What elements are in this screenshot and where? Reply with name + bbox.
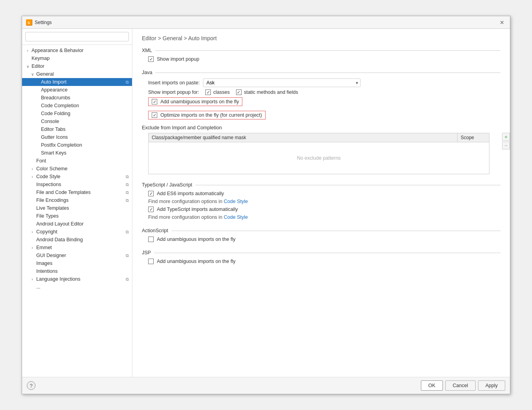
java-section-header: Java	[142, 70, 500, 75]
sidebar-item-emmet[interactable]: › Emmet	[22, 244, 132, 252]
sidebar-item-code-style[interactable]: › Code Style ⧉	[22, 173, 132, 181]
sidebar-item-gui-designer[interactable]: GUI Designer ⧉	[22, 252, 132, 259]
java-section: Java Insert imports on paste: Ask Always…	[142, 70, 500, 174]
optimize-imports-container: Optimize imports on the fly (for current…	[142, 111, 500, 122]
code-style-link-2[interactable]: Code Style	[224, 214, 248, 220]
add-es6-checkbox[interactable]	[148, 191, 154, 196]
sidebar-item-appearance-behavior[interactable]: › Appearance & Behavior	[22, 47, 132, 54]
help-button[interactable]: ?	[27, 381, 35, 390]
sidebar-item-appearance[interactable]: Appearance	[22, 86, 132, 94]
sidebar-item-editor[interactable]: ∨ Editor	[22, 62, 132, 70]
copy-icon: ⧉	[126, 277, 129, 282]
ok-button[interactable]: OK	[421, 380, 443, 391]
sidebar-item-code-folding[interactable]: Code Folding	[22, 110, 132, 117]
xml-show-popup-checkbox[interactable]	[148, 56, 154, 62]
sidebar-item-label: Code Completion	[41, 103, 79, 108]
copy-icon: ⧉	[126, 182, 129, 187]
sidebar-item-console[interactable]: Console	[22, 117, 132, 125]
add-exclude-button[interactable]: +	[502, 133, 510, 141]
sidebar-item-label: Editor	[32, 63, 45, 69]
sidebar-item-color-scheme[interactable]: › Color Scheme	[22, 165, 132, 173]
cancel-button[interactable]: Cancel	[445, 380, 476, 391]
optimize-imports-checkbox[interactable]	[152, 112, 157, 118]
sidebar-item-label: ...	[36, 284, 40, 290]
settings-window: S Settings ✕ › Appearance & Behavior	[22, 16, 510, 394]
sidebar-item-smart-keys[interactable]: Smart Keys	[22, 149, 132, 157]
sidebar-item-file-encodings[interactable]: File Encodings ⧉	[22, 196, 132, 204]
sidebar-item-file-code-templates[interactable]: File and Code Templates ⧉	[22, 188, 132, 196]
close-button[interactable]: ✕	[498, 19, 506, 26]
apply-button[interactable]: Apply	[478, 380, 505, 391]
chevron-icon	[30, 222, 35, 226]
sidebar-item-inspections[interactable]: Inspections ⧉	[22, 181, 132, 188]
as-section-header: ActionScript	[142, 228, 500, 233]
code-style-link-1[interactable]: Code Style	[224, 199, 248, 204]
sidebar-item-general[interactable]: ∨ General	[22, 70, 132, 78]
add-unambiguous-row: Add unambiguous imports on the fly	[148, 97, 242, 106]
find-more-es6-text: Find more configuration options in	[148, 199, 224, 204]
chevron-icon	[30, 190, 35, 195]
add-unambiguous-checkbox[interactable]	[152, 99, 157, 104]
chevron-icon	[30, 214, 35, 218]
jsp-unambiguous-label: Add unambiguous imports on the fly	[157, 259, 235, 264]
classes-checkbox[interactable]	[205, 89, 211, 95]
insert-imports-select[interactable]: Ask Always Never	[203, 78, 361, 87]
chevron-icon	[35, 88, 39, 92]
java-label: Java	[142, 70, 152, 75]
search-box	[22, 29, 132, 45]
dialog-buttons: OK Cancel Apply	[421, 380, 505, 391]
sidebar-item-android-layout-editor[interactable]: Android Layout Editor	[22, 220, 132, 228]
sidebar-item-gutter-icons[interactable]: Gutter Icons	[22, 133, 132, 141]
sidebar-item-ellipsis[interactable]: ...	[22, 283, 132, 291]
sidebar-item-images[interactable]: Images	[22, 259, 132, 267]
sidebar-item-live-templates[interactable]: Live Templates	[22, 204, 132, 212]
xml-show-popup-label: Show import popup	[157, 56, 199, 62]
chevron-icon	[30, 238, 35, 242]
sidebar-item-label: Appearance & Behavior	[32, 48, 84, 53]
chevron-icon	[35, 119, 39, 124]
add-unambiguous-container: Add unambiguous imports on the fly	[142, 97, 500, 108]
sidebar-item-label: Language Injections	[36, 276, 80, 282]
static-checkbox[interactable]	[236, 89, 242, 95]
sidebar-item-copyright[interactable]: › Copyright ⧉	[22, 228, 132, 236]
remove-exclude-button[interactable]: −	[502, 142, 510, 149]
optimize-imports-label: Optimize imports on the fly (for current…	[160, 112, 262, 118]
chevron-icon	[30, 285, 35, 289]
jsp-label: JSP	[142, 250, 151, 255]
sidebar-item-android-data-binding[interactable]: Android Data Binding	[22, 236, 132, 244]
sidebar-item-keymap[interactable]: Keymap	[22, 54, 132, 62]
chevron-icon	[35, 127, 39, 132]
sidebar-item-label: Images	[36, 261, 52, 266]
sidebar-item-breadcrumbs[interactable]: Breadcrumbs	[22, 94, 132, 102]
search-input[interactable]	[25, 32, 129, 41]
copy-icon: ⧉	[126, 190, 129, 195]
chevron-icon: ∨	[30, 72, 35, 76]
sidebar-item-font[interactable]: Font	[22, 157, 132, 165]
sidebar-item-label: Appearance	[41, 87, 67, 93]
add-unambiguous-label: Add unambiguous imports on the fly	[160, 99, 239, 104]
sidebar-item-file-types[interactable]: File Types	[22, 212, 132, 220]
chevron-icon	[35, 96, 39, 100]
app-icon: S	[26, 19, 32, 26]
add-ts-row: Add TypeScript imports automatically	[142, 207, 500, 212]
svg-text:S: S	[28, 21, 30, 25]
sidebar-item-language-injections[interactable]: › Language Injections ⧉	[22, 275, 132, 283]
title-bar: S Settings ✕	[22, 16, 510, 29]
sidebar-item-intentions[interactable]: Intentions	[22, 267, 132, 275]
as-label: ActionScript	[142, 228, 168, 233]
jsp-unambiguous-checkbox[interactable]	[148, 259, 154, 264]
sidebar-item-editor-tabs[interactable]: Editor Tabs	[22, 125, 132, 133]
sidebar-item-label: GUI Designer	[36, 253, 66, 258]
add-es6-label: Add ES6 imports automatically	[157, 191, 224, 196]
ts-section-header: TypeScript / JavaScript	[142, 182, 500, 188]
sidebar-item-code-completion[interactable]: Code Completion	[22, 102, 132, 110]
sidebar: › Appearance & Behavior Keymap ∨ Editor …	[22, 29, 132, 377]
add-ts-checkbox[interactable]	[148, 207, 154, 212]
as-unambiguous-checkbox[interactable]	[148, 237, 154, 242]
sidebar-item-auto-import[interactable]: Auto Import ⧉	[22, 78, 132, 86]
ts-label: TypeScript / JavaScript	[142, 182, 192, 188]
sidebar-item-label: Code Folding	[41, 111, 70, 116]
static-label: static methods and fields	[244, 89, 298, 95]
sidebar-item-postfix-completion[interactable]: Postfix Completion	[22, 141, 132, 149]
sidebar-item-label: Postfix Completion	[41, 142, 82, 148]
